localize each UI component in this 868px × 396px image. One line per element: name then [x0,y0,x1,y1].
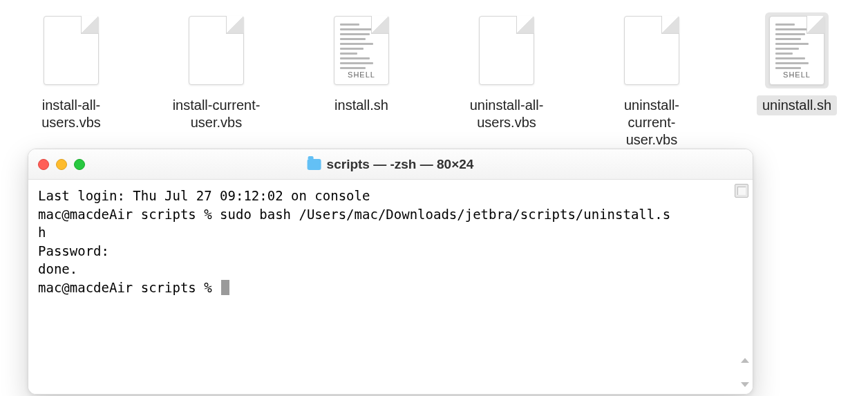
scroll-down-icon[interactable] [741,382,749,387]
generic-file-icon [479,16,534,85]
file-label[interactable]: uninstall.sh [757,95,837,115]
page-fold-icon [81,16,99,34]
shell-badge: SHELL [783,70,811,79]
file-icon-wrap[interactable] [185,12,248,88]
terminal-content[interactable]: Last login: Thu Jul 27 09:12:02 on conso… [38,187,743,297]
generic-file-icon [624,16,679,85]
file-label[interactable]: install-current-user.vbs [164,95,268,133]
file-label[interactable]: install-all-users.vbs [19,95,123,133]
page-fold-icon [806,16,824,34]
terminal-body[interactable]: Last login: Thu Jul 27 09:12:02 on conso… [28,180,753,394]
folder-icon [308,159,321,170]
file-item[interactable]: uninstall-current-user.vbs [600,12,704,150]
terminal-titlebar[interactable]: scripts — -zsh — 80×24 [28,149,753,180]
close-button[interactable] [38,159,49,170]
file-item[interactable]: uninstall-all-users.vbs [455,12,558,133]
generic-file-icon [44,16,99,85]
terminal-line: done. [38,260,743,279]
shell-badge: SHELL [348,70,375,79]
page-fold-icon [516,16,534,34]
terminal-line: Last login: Thu Jul 27 09:12:02 on conso… [38,187,743,205]
page-indicator-icon [735,184,748,198]
file-icon-wrap[interactable] [475,12,538,88]
scrollbar[interactable] [740,357,750,391]
terminal-line: Password: [38,242,743,261]
terminal-title: scripts — -zsh — 80×24 [308,157,474,172]
generic-file-icon [189,16,244,85]
finder-files-row: install-all-users.vbsinstall-current-use… [0,0,868,150]
scroll-up-icon[interactable] [741,358,749,363]
file-icon-wrap[interactable] [39,12,103,88]
terminal-line: mac@macdeAir scripts % [38,279,743,297]
page-fold-icon [661,16,679,34]
file-item[interactable]: install-all-users.vbs [19,12,123,133]
page-fold-icon [226,16,244,34]
file-icon-wrap[interactable]: SHELL [765,12,829,88]
shell-file-icon: SHELL [334,16,389,85]
file-icon-wrap[interactable] [620,12,683,88]
minimize-button[interactable] [56,159,67,170]
terminal-line: h [38,223,743,242]
terminal-line: mac@macdeAir scripts % sudo bash /Users/… [38,205,743,224]
file-icon-wrap[interactable]: SHELL [330,12,393,88]
file-label[interactable]: uninstall-current-user.vbs [600,95,704,150]
file-label[interactable]: uninstall-all-users.vbs [455,95,558,133]
page-fold-icon [371,16,389,34]
terminal-window[interactable]: scripts — -zsh — 80×24 Last login: Thu J… [28,149,753,395]
window-controls [38,159,85,170]
shell-file-icon: SHELL [769,16,824,85]
cursor-icon [221,280,229,295]
file-item[interactable]: SHELLinstall.sh [310,12,413,115]
terminal-title-text: scripts — -zsh — 80×24 [327,157,474,172]
zoom-button[interactable] [74,159,85,170]
file-item[interactable]: install-current-user.vbs [164,12,268,133]
file-item[interactable]: SHELLuninstall.sh [745,12,849,115]
file-label[interactable]: install.sh [329,95,394,115]
